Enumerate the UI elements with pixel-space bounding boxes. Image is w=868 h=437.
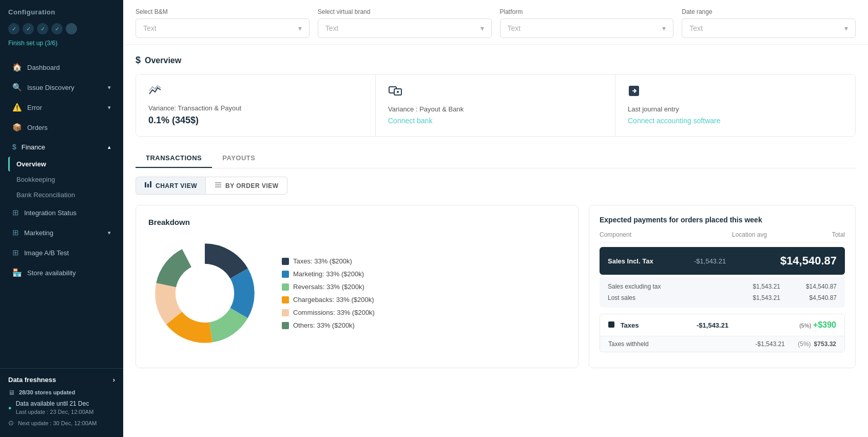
dot-5	[66, 23, 77, 34]
taxes-withheld-total-col: (5%) $753.32	[785, 340, 836, 348]
sidebar-item-integration-status[interactable]: ⊞ Integration Status	[4, 203, 119, 222]
expected-payments-card: Expected payments for orders placed this…	[589, 205, 856, 368]
sidebar-item-bookkeeping[interactable]: Bookkeeping	[8, 172, 119, 187]
sidebar-item-orders[interactable]: 📦 Orders	[4, 118, 119, 137]
breakdown-content: Taxes: 33% ($200k) Marketing: 33% ($200k…	[148, 237, 566, 350]
stores-updated-row: 🖥 28/30 stores updated	[8, 389, 115, 396]
integration-icon: ⊞	[12, 208, 19, 217]
col-location-avg: Location avg	[732, 231, 788, 238]
sidebar-item-label: Finance	[22, 143, 45, 151]
sidebar-item-label: Issue Discovery	[27, 84, 74, 91]
svg-rect-6	[150, 181, 151, 187]
overview-cards: Variance: Transaction & Payout 0.1% (345…	[136, 74, 856, 137]
dashboard-icon: 🏠	[12, 63, 22, 72]
sidebar-item-issue-discovery[interactable]: 🔍 Issue Discovery ▾	[4, 78, 119, 97]
sidebar-item-label: Dashboard	[27, 64, 60, 71]
available-icon: ●	[8, 405, 12, 411]
taxes-label-text: Taxes	[621, 321, 639, 329]
vb-select[interactable]: Text ▾	[318, 18, 492, 38]
taxes-pct: (5%)	[799, 322, 811, 329]
sidebar-item-label: Store availability	[27, 269, 76, 277]
sales-excl-tax-row: Sales excluding tax $1,543.21 $14,540.87	[608, 281, 837, 292]
sidebar-item-overview[interactable]: Overview	[8, 157, 119, 172]
transaction-icon	[148, 85, 363, 99]
tab-transactions[interactable]: TRANSACTIONS	[136, 149, 212, 168]
sidebar-item-label: Orders	[27, 124, 48, 131]
connect-bank-link[interactable]: Connect bank	[388, 117, 432, 125]
main-content: Select B&M Text ▾ Select virtual brand T…	[123, 0, 868, 437]
taxes-withheld-total: $753.32	[814, 340, 836, 348]
variance-transaction-card: Variance: Transaction & Payout 0.1% (345…	[136, 74, 376, 136]
platform-select[interactable]: Text ▾	[500, 18, 674, 38]
chevron-up-icon: ▴	[108, 144, 111, 150]
date-select[interactable]: Text ▾	[682, 18, 856, 38]
config-label: Configuration	[0, 0, 123, 20]
sidebar-nav: 🏠 Dashboard 🔍 Issue Discovery ▾ ⚠️ Error…	[0, 53, 123, 368]
setup-dots: ✓ ✓ ✓ ✓	[0, 20, 123, 37]
tab-payouts[interactable]: PAYOUTS	[212, 149, 265, 168]
taxes-total-col: (5%) +$390	[748, 320, 836, 330]
taxes-withheld-avg: -$1,543.21	[734, 340, 785, 348]
legend-dot-chargebacks	[282, 296, 289, 303]
next-update-icon: ⊙	[8, 419, 14, 427]
order-view-label: BY ORDER VIEW	[225, 182, 279, 189]
sidebar-item-image-ab-test[interactable]: ⊞ Image A/B Test	[4, 243, 119, 262]
platform-label: Platform	[500, 8, 674, 15]
legend-taxes: Taxes: 33% ($200k)	[282, 257, 375, 265]
chevron-down-icon: ▾	[844, 24, 848, 32]
sidebar-item-error[interactable]: ⚠️ Error ▾	[4, 98, 119, 117]
svg-point-2	[397, 91, 399, 93]
legend-marketing-label: Marketing: 33% ($200k)	[293, 270, 364, 278]
legend-marketing: Marketing: 33% ($200k)	[282, 270, 375, 278]
data-available-row: ● Data available until 21 Dec Last updat…	[8, 400, 115, 416]
data-freshness-header[interactable]: Data freshness ›	[8, 376, 115, 384]
order-view-button[interactable]: BY ORDER VIEW	[205, 177, 287, 195]
taxes-avg-col: -$1,543.21	[697, 321, 748, 329]
legend-dot-taxes	[282, 258, 289, 265]
chart-view-label: CHART VIEW	[156, 182, 197, 189]
chevron-right-icon: ›	[113, 376, 115, 384]
error-icon: ⚠️	[12, 103, 22, 112]
sidebar-item-dashboard[interactable]: 🏠 Dashboard	[4, 58, 119, 77]
chevron-down-icon: ▾	[662, 24, 666, 32]
marketing-icon: ⊞	[12, 228, 19, 237]
svg-rect-4	[145, 182, 146, 187]
lower-row: Breakdown	[136, 205, 856, 368]
next-update-text: Next update : 30 Dec, 12:00AM	[18, 420, 97, 426]
last-journal-label: Last journal entry	[628, 105, 843, 113]
vb-filter: Select virtual brand Text ▾	[318, 8, 492, 38]
sales-incl-tax-avg: -$1,543.21	[694, 257, 750, 265]
store-icon: 🏪	[12, 268, 22, 277]
sidebar-item-bank-reconciliation[interactable]: Bank Reconciliation	[8, 187, 119, 202]
lost-sales-label: Lost sales	[608, 294, 724, 301]
lost-sales-row: Lost sales $1,543.21 $4,540.87	[608, 292, 837, 303]
sidebar-item-marketing[interactable]: ⊞ Marketing ▾	[4, 223, 119, 242]
col-component: Component	[600, 231, 732, 238]
bm-filter: Select B&M Text ▾	[136, 8, 310, 38]
expected-payments-title: Expected payments for orders placed this…	[600, 216, 845, 224]
taxes-header-row: Taxes -$1,543.21 (5%) +$390	[600, 314, 844, 336]
taxes-label: Taxes	[608, 321, 697, 329]
finish-setup-link[interactable]: Finish set up (3/6)	[0, 37, 123, 53]
sales-incl-tax-total: $14,540.87	[750, 254, 837, 268]
overview-heading: Overview	[145, 56, 181, 65]
sales-excl-tax-total: $14,540.87	[780, 283, 837, 290]
store-update-icon: 🖥	[8, 389, 15, 396]
sidebar-item-finance[interactable]: $ Finance ▴	[4, 138, 119, 156]
legend-dot-reversals	[282, 283, 289, 291]
taxes-total: +$390	[813, 320, 836, 329]
data-freshness-title: Data freshness	[8, 376, 56, 384]
legend-reversals-label: Reversals: 33% ($200k)	[293, 283, 364, 291]
sidebar-item-label: Marketing	[24, 229, 53, 237]
sales-excl-tax-avg: $1,543.21	[724, 283, 780, 290]
chart-legend: Taxes: 33% ($200k) Marketing: 33% ($200k…	[282, 257, 375, 329]
legend-dot-marketing	[282, 271, 289, 278]
sidebar-item-store-availability[interactable]: 🏪 Store availability	[4, 263, 119, 282]
bm-select[interactable]: Text ▾	[136, 18, 310, 38]
platform-value: Text	[508, 24, 521, 32]
chart-view-button[interactable]: CHART VIEW	[136, 177, 205, 195]
variance-transaction-label: Variance: Transaction & Payout	[148, 104, 363, 112]
finance-submenu: Overview Bookkeeping Bank Reconciliation	[0, 157, 123, 202]
payout-icon	[388, 85, 603, 100]
connect-accounting-link[interactable]: Connect accounting software	[628, 117, 721, 125]
